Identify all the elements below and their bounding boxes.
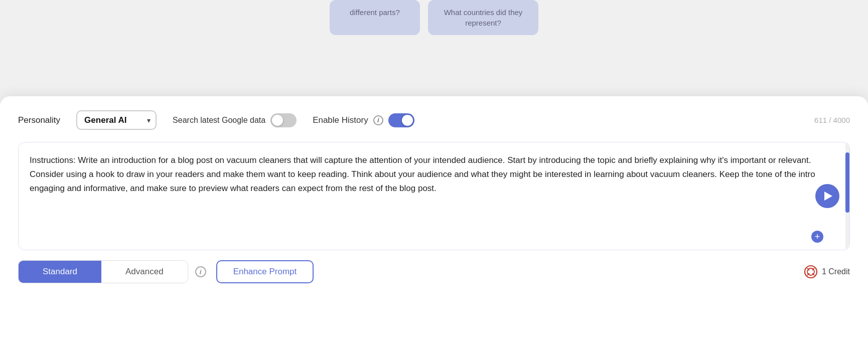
personality-label: Personality (18, 115, 60, 125)
history-toggle-thumb (402, 115, 413, 126)
mode-buttons: Standard Advanced (18, 260, 188, 283)
suggestion-card-1[interactable]: different parts? (330, 0, 420, 35)
send-icon (824, 192, 832, 201)
top-bar: Personality General AI Creative Technica… (18, 110, 850, 130)
plus-icon: + (815, 232, 820, 241)
history-toggle[interactable] (388, 113, 414, 127)
credit-badge: 1 Credit (804, 265, 850, 279)
suggestion-cards: different parts? What countries did they… (330, 0, 538, 45)
personality-dropdown[interactable]: General AI Creative Technical Formal (76, 110, 157, 130)
credit-icon (804, 265, 818, 279)
history-toggle-group: Enable History i (313, 113, 414, 127)
add-attachment-button[interactable]: + (811, 231, 823, 243)
char-count: 611 / 4000 (814, 116, 850, 124)
suggestion-card-2[interactable]: What countries did they represent? (428, 0, 538, 35)
bottom-bar: Standard Advanced i Enhance Prompt 1 Cre… (18, 260, 850, 283)
history-label: Enable History (313, 115, 368, 125)
scrollbar-track[interactable] (845, 142, 849, 250)
standard-mode-button[interactable]: Standard (19, 261, 101, 283)
enhance-prompt-button[interactable]: Enhance Prompt (216, 260, 314, 283)
scrollbar-thumb[interactable] (845, 152, 849, 213)
google-search-label: Search latest Google data (173, 116, 265, 125)
google-search-group: Search latest Google data (173, 113, 297, 127)
main-panel: Personality General AI Creative Technica… (0, 96, 868, 357)
prompt-textarea[interactable]: Instructions: Write an introduction for … (19, 142, 849, 248)
history-info-icon[interactable]: i (373, 115, 383, 125)
advanced-mode-button[interactable]: Advanced (101, 261, 188, 283)
send-button[interactable] (815, 184, 839, 208)
google-search-toggle[interactable] (270, 113, 297, 127)
svg-point-0 (805, 266, 817, 278)
mode-info-icon[interactable]: i (195, 266, 206, 277)
personality-selector[interactable]: General AI Creative Technical Formal ▾ (76, 110, 157, 130)
google-toggle-thumb (272, 115, 283, 126)
textarea-wrapper: Instructions: Write an introduction for … (18, 142, 850, 250)
credit-count: 1 Credit (822, 267, 850, 276)
